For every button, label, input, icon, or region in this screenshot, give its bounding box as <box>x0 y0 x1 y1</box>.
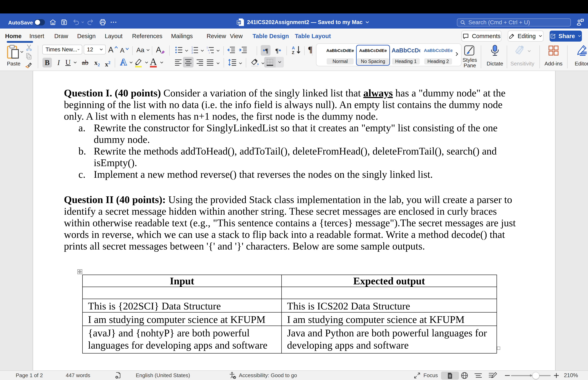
ellipsis-icon <box>110 18 117 26</box>
autosave-toggle[interactable] <box>34 19 45 25</box>
style-no-spacing[interactable]: AaBbCcDdEe No Spacing <box>357 45 390 65</box>
tab-draw[interactable]: Draw <box>54 29 68 44</box>
tab-table-layout[interactable]: Table Layout <box>295 29 331 44</box>
increase-indent-button[interactable] <box>239 46 248 54</box>
tab-references[interactable]: References <box>132 29 162 44</box>
style-normal[interactable]: AaBbCcDdEe Normal <box>326 45 354 65</box>
document-title-group[interactable]: W 241ICS202Assignment2 — Saved to my Mac <box>236 15 370 30</box>
tab-layout[interactable]: Layout <box>105 29 123 44</box>
clear-formatting-button[interactable]: A <box>156 45 161 54</box>
font-color-button[interactable]: A <box>149 57 158 67</box>
table-resize-handle[interactable] <box>497 347 500 350</box>
decrease-indent-button[interactable] <box>227 46 236 54</box>
subscript-button[interactable]: x2 <box>94 58 103 67</box>
text-effects-dropdown[interactable] <box>129 60 133 65</box>
font-color-dropdown[interactable] <box>159 60 164 65</box>
bullets-dropdown[interactable] <box>184 48 189 53</box>
line-spacing-button[interactable] <box>228 58 237 67</box>
font-size-select[interactable]: 12 <box>84 45 106 55</box>
format-painter-button[interactable] <box>25 61 33 69</box>
editing-mode-button[interactable]: Editing <box>508 31 544 42</box>
undo-dropdown[interactable] <box>81 15 85 30</box>
cut-button[interactable] <box>25 44 33 51</box>
style-heading1[interactable]: AaBbCcDc Heading 1 <box>392 45 420 65</box>
document-page[interactable]: Question I. (40 points) Consider a varia… <box>33 71 556 370</box>
draft-view-button[interactable] <box>488 371 497 380</box>
multilevel-dropdown[interactable] <box>216 48 220 53</box>
language-status[interactable]: English (United States) <box>136 371 190 380</box>
print-layout-view-button[interactable] <box>441 372 459 380</box>
borders-dropdown[interactable] <box>276 57 284 67</box>
zoom-out-button[interactable] <box>504 371 510 380</box>
comments-button[interactable]: Comments <box>462 31 502 42</box>
font-name-select[interactable]: Times New... <box>42 45 82 55</box>
zoom-slider-knob[interactable] <box>532 372 539 379</box>
print-button[interactable] <box>99 15 107 30</box>
tab-mailings[interactable]: Mailings <box>171 29 193 44</box>
copy-button[interactable] <box>25 52 33 60</box>
justify-button[interactable] <box>206 58 214 66</box>
styles-gallery-expand[interactable] <box>455 52 459 57</box>
justify-dropdown[interactable] <box>216 61 220 66</box>
align-center-button[interactable] <box>183 57 193 67</box>
borders-button[interactable] <box>264 57 284 67</box>
multilevel-list-button[interactable]: 1ai <box>206 46 214 54</box>
paste-button[interactable] <box>7 45 20 59</box>
share-button[interactable]: Share <box>550 31 582 42</box>
web-layout-view-button[interactable] <box>461 371 468 380</box>
bullets-button[interactable] <box>175 46 183 54</box>
zoom-level[interactable]: 210% <box>564 371 578 380</box>
sort-button[interactable]: AZ <box>292 45 301 55</box>
underline-dropdown[interactable] <box>73 60 78 65</box>
add-ins-button[interactable] <box>548 45 559 56</box>
styles-pane-button[interactable] <box>464 45 476 57</box>
rtl-paragraph-button[interactable]: ¶ <box>273 45 283 56</box>
accessibility-status[interactable]: Accessibility: Good to go <box>228 371 297 380</box>
numbering-dropdown[interactable] <box>200 48 205 53</box>
editor-button[interactable] <box>576 45 588 57</box>
strikethrough-button[interactable]: ab <box>80 58 90 67</box>
search-input[interactable]: Search (Cmd + Ctrl + U) <box>457 18 571 26</box>
proofing-status[interactable] <box>114 371 122 380</box>
tab-table-design[interactable]: Table Design <box>252 29 289 44</box>
share-contact-button[interactable] <box>576 15 585 30</box>
sensitivity-button[interactable] <box>514 45 526 56</box>
redo-button[interactable] <box>86 15 94 30</box>
shading-button[interactable] <box>250 58 259 67</box>
sensitivity-dropdown[interactable] <box>527 49 532 54</box>
superscript-button[interactable]: x2 <box>105 58 114 67</box>
bold-button[interactable]: B <box>42 58 52 67</box>
undo-button[interactable] <box>72 15 80 30</box>
word-count[interactable]: 447 words <box>66 371 90 380</box>
numbering-button[interactable]: 123 <box>190 46 199 54</box>
highlight-dropdown[interactable] <box>144 60 149 65</box>
grow-font-button[interactable]: A <box>108 45 113 54</box>
highlight-button[interactable] <box>133 57 143 67</box>
align-left-button[interactable] <box>174 58 182 66</box>
align-left-icon <box>174 58 182 66</box>
tab-review[interactable]: Review <box>207 29 226 44</box>
home-button[interactable] <box>49 15 57 30</box>
table-move-handle[interactable] <box>77 269 82 274</box>
more-commands-button[interactable] <box>109 15 118 30</box>
line-spacing-dropdown[interactable] <box>238 61 243 66</box>
outline-view-button[interactable] <box>474 371 482 380</box>
change-case-button[interactable]: Aa <box>136 46 150 54</box>
text-effects-button[interactable]: A <box>119 57 128 67</box>
align-right-button[interactable] <box>196 58 204 66</box>
document-area[interactable]: Question I. (40 points) Consider a varia… <box>0 71 588 370</box>
underline-button[interactable]: U <box>64 58 71 67</box>
shrink-font-button[interactable]: A <box>120 47 124 54</box>
tab-design[interactable]: Design <box>77 29 96 44</box>
style-heading2[interactable]: AaBbCcDdEe Heading 2 <box>424 45 452 65</box>
italic-button[interactable]: I <box>56 58 62 67</box>
tab-view[interactable]: View <box>230 29 243 44</box>
focus-button[interactable]: Focus <box>414 371 438 380</box>
save-button[interactable] <box>60 15 68 30</box>
ltr-paragraph-button[interactable]: ¶ <box>261 45 271 56</box>
paste-dropdown[interactable] <box>20 49 24 55</box>
zoom-in-button[interactable] <box>553 371 559 380</box>
dictate-button[interactable] <box>489 44 501 57</box>
page-indicator[interactable]: Page 1 of 2 <box>16 371 43 380</box>
sample-io-table[interactable]: Input Expected output This is {202SCI} D… <box>82 275 497 354</box>
